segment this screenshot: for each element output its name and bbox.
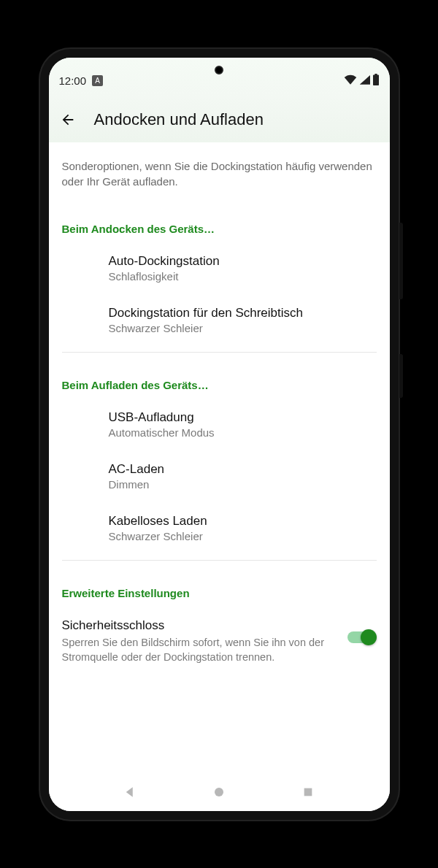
pref-sub: Schlaflosigkeit: [109, 270, 377, 283]
pref-title: Sicherheitsschloss: [62, 618, 334, 633]
cell-signal-icon: [359, 74, 370, 87]
svg-rect-3: [304, 788, 312, 796]
battery-icon: [372, 74, 380, 88]
pref-sub: Schwarzer Schleier: [109, 530, 377, 542]
section-header-advanced: Erweiterte Einstellungen: [49, 566, 390, 607]
page-subtitle: Sonderoptionen, wenn Sie die Dockingstat…: [49, 142, 390, 202]
pref-usb-charging[interactable]: USB-Aufladung Automatischer Modus: [49, 399, 390, 450]
navigation-bar: [49, 773, 390, 811]
content[interactable]: Sonderoptionen, wenn Sie die Dockingstat…: [49, 142, 390, 773]
pref-sub: Schwarzer Schleier: [109, 322, 377, 334]
pref-title: USB-Aufladung: [109, 410, 377, 425]
status-indicator-icon: A: [92, 75, 103, 86]
pref-sub: Automatischer Modus: [109, 426, 377, 439]
divider: [62, 352, 377, 353]
front-camera: [215, 66, 223, 74]
app-bar: Andocken und Aufladen: [49, 97, 390, 142]
pref-auto-dock[interactable]: Auto-Dockingstation Schlaflosigkeit: [49, 242, 390, 294]
pref-sub: Sperren Sie den Bildschirm sofort, wenn …: [62, 635, 334, 665]
pref-title: Kabelloses Laden: [109, 514, 377, 529]
pref-title: Dockingstation für den Schreibtisch: [109, 306, 377, 320]
status-time: 12:00: [59, 74, 87, 87]
security-lock-toggle[interactable]: [346, 629, 377, 646]
side-button: [399, 354, 403, 398]
pref-ac-charging[interactable]: AC-Laden Dimmen: [49, 450, 390, 502]
pref-security-lock[interactable]: Sicherheitsschloss Sperren Sie den Bilds…: [49, 607, 390, 677]
nav-back-button[interactable]: [108, 777, 152, 807]
nav-recents-button[interactable]: [286, 777, 330, 807]
page-title: Andocken und Aufladen: [94, 110, 264, 129]
svg-point-2: [215, 788, 223, 796]
pref-title: AC-Laden: [109, 462, 377, 477]
svg-rect-0: [373, 75, 379, 85]
switch-thumb: [361, 629, 377, 645]
pref-sub: Dimmen: [109, 478, 377, 491]
pref-desk-dock[interactable]: Dockingstation für den Schreibtisch Schw…: [49, 294, 390, 346]
status-bar: 12:00 A: [49, 58, 390, 97]
phone-frame: 12:00 A Andocken und Aufladen: [39, 47, 400, 821]
screen: 12:00 A Andocken und Aufladen: [49, 58, 390, 811]
section-header-charging: Beim Aufladen des Geräts…: [49, 358, 390, 399]
section-header-docking: Beim Andocken des Geräts…: [49, 202, 390, 242]
wifi-icon: [344, 74, 357, 87]
side-button: [399, 223, 403, 299]
pref-wireless-charging[interactable]: Kabelloses Laden Schwarzer Schleier: [49, 502, 390, 554]
back-button[interactable]: [59, 111, 77, 128]
nav-home-button[interactable]: [197, 777, 241, 807]
divider: [62, 560, 377, 561]
pref-title: Auto-Dockingstation: [109, 254, 377, 269]
svg-rect-1: [374, 74, 377, 75]
